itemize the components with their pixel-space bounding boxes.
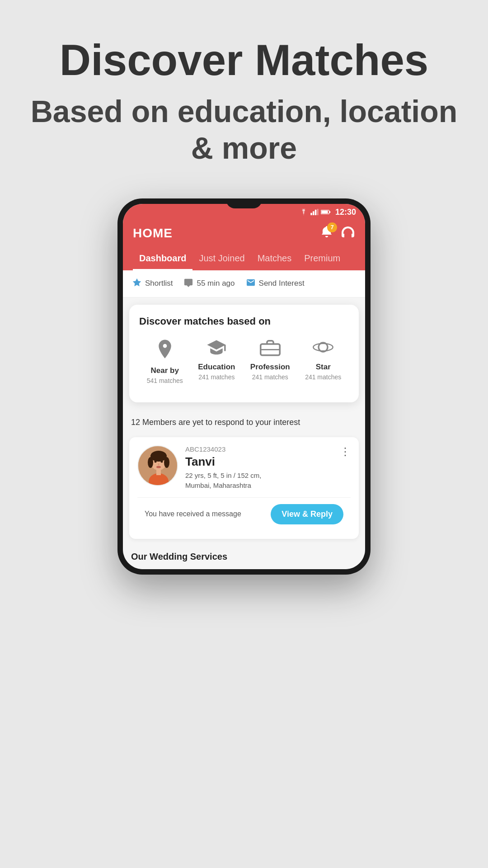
members-pending-text: 12 Members are yet to respond to your in… [131, 417, 357, 428]
discovery-education[interactable]: Education 241 matches [198, 338, 235, 384]
members-pending-section: 12 Members are yet to respond to your in… [123, 410, 365, 432]
svg-rect-5 [329, 211, 330, 213]
phone-mockup: 12:30 HOME 7 [0, 198, 488, 575]
time-ago-label: 55 min ago [197, 279, 235, 288]
shortlist-action[interactable]: Shortlist [132, 278, 173, 290]
svg-rect-3 [317, 209, 319, 215]
avatar [137, 445, 178, 486]
notification-badge: 7 [327, 222, 337, 232]
tab-matches[interactable]: Matches [251, 249, 298, 270]
discovery-star-count: 241 matches [305, 373, 341, 381]
tab-premium[interactable]: Premium [298, 249, 347, 270]
avatar-image [138, 446, 178, 486]
discovery-profession[interactable]: Profession 241 matches [250, 338, 290, 384]
profile-id: ABC1234023 [185, 445, 333, 453]
app-header: HOME 7 [123, 219, 365, 270]
profile-name: Tanvi [185, 455, 333, 469]
app-header-actions: 7 [320, 225, 355, 241]
shortlist-label: Shortlist [145, 279, 173, 288]
profile-actions-bar: Shortlist 55 min ago [123, 270, 365, 297]
briefcase-icon [260, 338, 281, 358]
signal-icon [310, 209, 319, 215]
tab-just-joined[interactable]: Just Joined [192, 249, 251, 270]
svg-point-18 [155, 460, 157, 462]
svg-point-19 [161, 460, 163, 462]
status-icons [299, 209, 331, 215]
profile-card: ABC1234023 Tanvi 22 yrs, 5 ft, 5 in / 15… [129, 437, 359, 539]
graduation-icon [206, 338, 227, 358]
battery-icon [321, 209, 331, 215]
phone-notch [226, 198, 262, 208]
discovery-nearby-name: Near by [151, 366, 179, 375]
send-interest-label: Send Interest [259, 279, 305, 288]
svg-rect-17 [156, 469, 161, 475]
tab-dashboard[interactable]: Dashboard [133, 249, 192, 270]
wedding-services-section: Our Wedding Services [123, 544, 365, 569]
svg-point-20 [158, 463, 160, 465]
svg-point-15 [164, 457, 169, 468]
headset-icon[interactable] [341, 226, 355, 241]
status-time: 12:30 [335, 208, 356, 217]
discovery-nearby-count: 541 matches [147, 377, 183, 384]
profile-card-header: ABC1234023 Tanvi 22 yrs, 5 ft, 5 in / 15… [137, 445, 351, 491]
discovery-education-count: 241 matches [198, 373, 235, 381]
nav-tabs: Dashboard Just Joined Matches Premium [133, 249, 355, 270]
discovery-card-title: Discover matches based on [139, 316, 349, 327]
message-bar: You have received a message View & Reply [137, 497, 351, 531]
svg-point-13 [150, 451, 167, 462]
discovery-grid: Near by 541 matches Education 241 m [139, 338, 349, 384]
profile-info: ABC1234023 Tanvi 22 yrs, 5 ft, 5 in / 15… [185, 445, 333, 491]
bell-icon [320, 233, 333, 241]
svg-rect-0 [310, 213, 312, 215]
phone-screen: 12:30 HOME 7 [123, 204, 365, 569]
send-interest-action[interactable]: Send Interest [246, 278, 305, 289]
discovery-profession-name: Profession [250, 363, 290, 372]
discovery-star-name: Star [316, 363, 331, 372]
envelope-icon [246, 278, 256, 289]
svg-rect-2 [315, 210, 317, 215]
more-options-button[interactable]: ⋮ [340, 445, 351, 458]
phone-frame: 12:30 HOME 7 [117, 198, 371, 575]
svg-point-14 [148, 457, 153, 468]
hero-title: Discover Matches [27, 36, 461, 84]
svg-rect-1 [313, 212, 314, 216]
wedding-services-title: Our Wedding Services [131, 552, 357, 562]
app-content: Shortlist 55 min ago [123, 270, 365, 569]
app-header-top: HOME 7 [133, 225, 355, 241]
star-icon [132, 278, 142, 290]
location-icon [155, 338, 174, 362]
planet-icon [312, 338, 334, 358]
discovery-star[interactable]: Star 241 matches [305, 338, 341, 384]
svg-rect-6 [321, 211, 328, 213]
hero-section: Discover Matches Based on education, loc… [0, 0, 488, 185]
app-title: HOME [133, 226, 173, 241]
time-ago-action: 55 min ago [183, 278, 235, 289]
message-received-text: You have received a message [145, 510, 241, 518]
notification-bell[interactable]: 7 [320, 225, 333, 241]
discovery-education-name: Education [198, 363, 235, 372]
hero-subtitle: Based on education, location & more [27, 93, 461, 167]
wifi-icon [299, 209, 308, 215]
discovery-profession-count: 241 matches [252, 373, 288, 381]
svg-point-10 [314, 343, 333, 351]
discovery-nearby[interactable]: Near by 541 matches [147, 338, 183, 384]
message-icon [183, 278, 193, 289]
profile-details: 22 yrs, 5 ft, 5 in / 152 cm, Mumbai, Mah… [185, 471, 333, 491]
view-reply-button[interactable]: View & Reply [271, 504, 343, 524]
discovery-card: Discover matches based on Near by 541 ma… [129, 305, 359, 402]
svg-point-21 [156, 466, 161, 468]
